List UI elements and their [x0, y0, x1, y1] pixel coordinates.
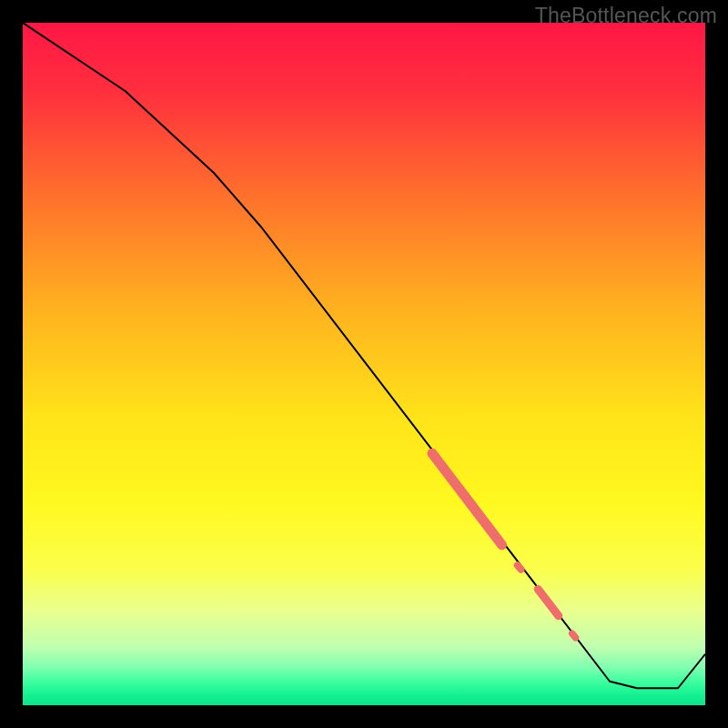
chart-container: TheBottleneck.com: [0, 0, 728, 728]
plot-area: [23, 23, 705, 705]
gradient-background: [23, 23, 705, 705]
highlight-segment: [518, 565, 521, 570]
highlight-segment: [572, 633, 576, 638]
watermark-text: TheBottleneck.com: [535, 4, 717, 28]
chart-svg: [23, 23, 705, 705]
